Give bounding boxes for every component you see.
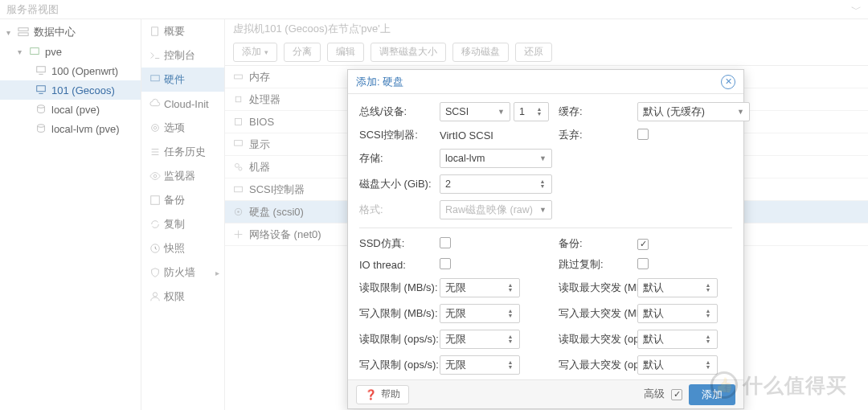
list-icon: [149, 146, 164, 158]
sub-firewall[interactable]: 防火墙▸: [141, 260, 224, 285]
bus-type-select[interactable]: SCSI▼: [440, 102, 510, 121]
close-button[interactable]: ✕: [721, 75, 735, 89]
edit-button[interactable]: 编辑: [327, 43, 364, 62]
svg-point-19: [239, 167, 242, 170]
sub-monitor[interactable]: 监视器: [141, 164, 224, 188]
collapse-icon: ▾: [18, 47, 27, 56]
iothread-checkbox[interactable]: [440, 258, 451, 269]
svg-point-6: [38, 125, 45, 128]
dialog-footer: ❓帮助 高级 ✓ 添加: [348, 379, 743, 408]
tree-label: 100 (Openwrt): [51, 65, 118, 77]
svg-point-22: [237, 211, 239, 212]
monitor-icon: [35, 84, 48, 96]
view-selector[interactable]: 服务器视图 ﹀: [0, 0, 868, 19]
user-icon: [149, 291, 164, 302]
add-button[interactable]: 添加 ▾: [233, 43, 277, 62]
svg-rect-0: [18, 28, 28, 31]
tree-vm-101[interactable]: 101 (Gecoos): [0, 80, 141, 100]
breadcrumb: 虚拟机101 (Gecoos)在节点'pve'上: [225, 19, 868, 39]
write-burst-mb-field[interactable]: 默认▲▼: [637, 304, 718, 323]
sub-backup[interactable]: 备份: [141, 188, 224, 212]
storage-select[interactable]: local-lvm▼: [440, 149, 552, 168]
write-burst-mb-label: 写入最大突发 (MB):: [559, 306, 631, 321]
skiprep-checkbox[interactable]: [637, 258, 649, 269]
svg-point-9: [154, 126, 157, 129]
read-burst-ops-label: 读取最大突发 (ops):: [559, 332, 631, 346]
add-disk-dialog: 添加: 硬盘 ✕ 总线/设备: SCSI▼ 1▲▼ 缓存: 默认 (无缓存)▼ …: [347, 69, 744, 409]
detach-button[interactable]: 分离: [284, 43, 321, 62]
ssd-checkbox[interactable]: [440, 237, 451, 248]
tree-storage-local[interactable]: local (pve): [0, 100, 141, 119]
refresh-icon: [149, 219, 164, 230]
bus-id-spinner[interactable]: 1▲▼: [514, 102, 549, 121]
sub-cloudinit[interactable]: Cloud-Init: [141, 92, 224, 116]
advanced-checkbox[interactable]: ✓: [671, 389, 682, 400]
chevron-down-icon: ﹀: [851, 2, 862, 17]
cache-select[interactable]: 默认 (无缓存)▼: [637, 102, 750, 121]
tree-datacenter[interactable]: ▾ 数据中心: [0, 23, 141, 42]
chevron-down-icon: ▼: [737, 108, 744, 116]
monitor-icon: [35, 65, 48, 76]
bus-label: 总线/设备:: [359, 105, 433, 119]
read-burst-ops-field[interactable]: 默认▲▼: [637, 330, 718, 349]
shield-icon: [149, 267, 164, 278]
book-icon: [149, 26, 164, 37]
sub-replication[interactable]: 复制: [141, 212, 224, 236]
svg-point-18: [235, 163, 239, 167]
sub-permissions[interactable]: 权限: [141, 285, 224, 309]
iothread-label: IO thread:: [359, 259, 433, 271]
eye-icon: [149, 170, 164, 182]
question-icon: ❓: [365, 389, 377, 400]
write-burst-ops-field[interactable]: 默认▲▼: [637, 355, 718, 375]
read-burst-mb-field[interactable]: 默认▲▼: [637, 278, 718, 297]
svg-rect-4: [37, 86, 46, 92]
write-limit-mb-field[interactable]: 无限▲▼: [440, 304, 520, 323]
backup-checkbox[interactable]: ✓: [637, 239, 649, 250]
svg-point-5: [38, 105, 45, 109]
terminal-icon: [149, 50, 164, 61]
size-spinner[interactable]: 2▲▼: [440, 174, 552, 194]
write-burst-ops-label: 写入最大突发 (ops):: [559, 358, 631, 372]
sub-console[interactable]: 控制台: [141, 43, 224, 68]
ssd-label: SSD仿真:: [359, 236, 433, 251]
sub-options[interactable]: 选项: [141, 116, 224, 140]
dialog-header: 添加: 硬盘 ✕: [348, 70, 743, 94]
sub-hardware[interactable]: 硬件: [141, 68, 224, 92]
revert-button[interactable]: 还原: [515, 43, 552, 62]
write-limit-ops-field[interactable]: 无限▲▼: [440, 355, 520, 375]
help-button[interactable]: ❓帮助: [356, 385, 409, 404]
node-icon: [29, 46, 42, 57]
resource-tree: ▾ 数据中心 ▾ pve 100 (Openwrt) 101 (Gecoos) …: [0, 19, 141, 410]
discard-label: 丢弃:: [559, 128, 631, 142]
move-button[interactable]: 移动磁盘: [452, 43, 509, 62]
sub-snapshot[interactable]: 快照: [141, 236, 224, 260]
svg-rect-17: [235, 141, 243, 146]
separator: [359, 228, 732, 228]
backup-label: 备份:: [559, 236, 631, 251]
sub-tasks[interactable]: 任务历史: [141, 140, 224, 164]
tree-label: local (pve): [51, 104, 100, 116]
monitor-icon: [233, 139, 249, 150]
add-submit-button[interactable]: 添加: [689, 384, 735, 405]
read-burst-mb-label: 读取最大突发 (MB):: [559, 281, 631, 295]
discard-checkbox[interactable]: [637, 129, 649, 140]
chevron-down-icon: ▼: [539, 206, 547, 214]
format-label: 格式:: [359, 203, 433, 217]
svg-point-13: [153, 293, 157, 297]
scsi-ctrl-value: VirtIO SCSI: [440, 129, 552, 141]
monitor-icon: [149, 74, 164, 85]
tree-vm-100[interactable]: 100 (Openwrt): [0, 61, 141, 80]
write-limit-mb-label: 写入限制 (MB/s):: [359, 306, 433, 321]
tree-storage-lvm[interactable]: local-lvm (pve): [0, 119, 141, 138]
cogs-icon: [233, 162, 249, 172]
svg-rect-20: [235, 187, 243, 192]
read-limit-ops-field[interactable]: 无限▲▼: [440, 330, 520, 349]
svg-rect-14: [235, 75, 243, 79]
hdd-icon: [233, 207, 249, 217]
sub-summary[interactable]: 概要: [141, 19, 224, 43]
resize-button[interactable]: 调整磁盘大小: [371, 43, 446, 62]
svg-rect-15: [235, 96, 241, 102]
read-limit-mb-field[interactable]: 无限▲▼: [440, 278, 520, 297]
write-limit-ops-label: 写入限制 (ops/s):: [359, 358, 433, 372]
tree-node-pve[interactable]: ▾ pve: [0, 42, 141, 61]
